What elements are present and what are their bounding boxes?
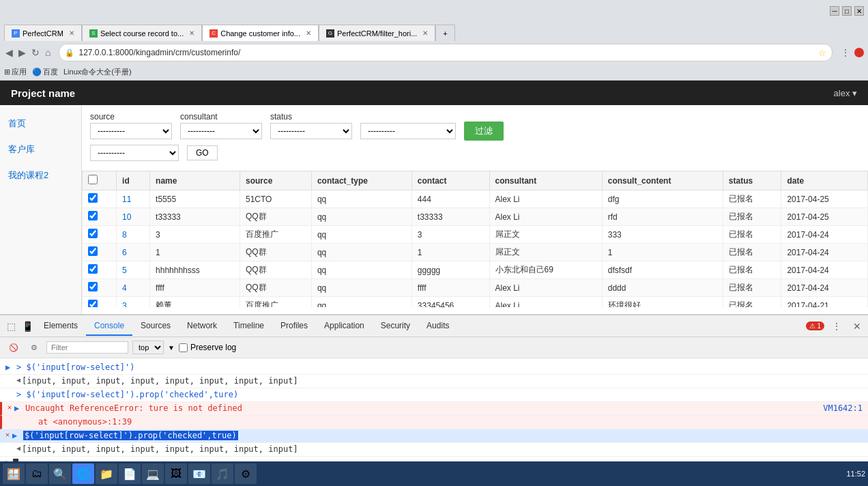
sidebar-item-customers[interactable]: 客户库 <box>0 137 81 162</box>
row-contact-type-5: qq <box>311 279 411 297</box>
devtools-more-btn[interactable]: ⋮ <box>828 318 845 334</box>
row-id-link-1[interactable]: 10 <box>122 212 131 222</box>
browser-tab-change[interactable]: C Change customer info... ✕ <box>202 25 319 41</box>
console-clear-btn[interactable]: 🚫 <box>5 339 22 356</box>
devtools-tab-console[interactable]: Console <box>86 317 132 336</box>
taskbar-search[interactable]: 🔍 <box>49 463 71 484</box>
header-consultant: consultant <box>489 171 602 190</box>
menu-btn[interactable]: ● <box>854 48 864 57</box>
console-expand-6[interactable]: ▶ <box>12 431 20 440</box>
tab-favicon-2: S <box>89 29 98 38</box>
console-filter-input[interactable] <box>46 341 128 354</box>
devtools-close-btn[interactable]: ✕ <box>849 318 865 334</box>
row-consultant-6: Alex Li <box>489 297 602 308</box>
devtools-tab-application[interactable]: Application <box>316 317 373 336</box>
go-button[interactable]: GO <box>187 145 218 160</box>
taskbar-start[interactable]: 🪟 <box>3 463 25 484</box>
bookmark-apps-label[interactable]: 应用 <box>12 67 27 77</box>
address-bar[interactable]: 🔒 127.0.0.1:8000/kingadmin/crm/customeri… <box>59 44 833 61</box>
tab-close-3[interactable]: ✕ <box>306 29 311 37</box>
maximize-btn[interactable]: □ <box>842 6 852 16</box>
tab-close-2[interactable]: ✕ <box>189 29 194 37</box>
devtools-tab-sources[interactable]: Sources <box>132 317 179 336</box>
home-btn[interactable]: ⌂ <box>44 46 52 59</box>
console-expand-4[interactable]: ▶ <box>14 403 23 413</box>
header-contact-type: contact_type <box>311 171 411 190</box>
row-id-link-6[interactable]: 3 <box>122 301 127 308</box>
status-select[interactable]: ---------- <box>270 123 352 139</box>
new-tab-btn[interactable]: + <box>435 25 454 41</box>
devtools-tab-profiles[interactable]: Profiles <box>272 317 316 336</box>
console-expand-7[interactable]: ◀ <box>16 444 20 452</box>
taskbar-paint[interactable]: 🖼 <box>165 463 187 484</box>
taskbar-chrome[interactable]: 🌐 <box>72 463 94 484</box>
select-all-checkbox[interactable] <box>88 175 98 184</box>
console-expand-1[interactable]: ▶ <box>5 362 14 372</box>
taskbar-files[interactable]: 🗂 <box>26 463 48 484</box>
header-consult-content: consult_content <box>602 171 723 190</box>
bookmark-baidu[interactable]: 🔵 百度 <box>32 67 58 77</box>
row-checkbox-input-4[interactable] <box>88 264 98 274</box>
devtools-device-btn[interactable]: 📱 <box>19 318 35 334</box>
row-checkbox-input-0[interactable] <box>88 193 98 203</box>
browser-tab-perfectcrm[interactable]: P PerfectCRM ✕ <box>4 25 82 41</box>
row-consultant-2: 屌正文 <box>489 226 602 244</box>
devtools-tab-elements[interactable]: Elements <box>35 317 86 336</box>
bulk-action-select[interactable]: ---------- <box>90 145 179 161</box>
row-id-link-2[interactable]: 8 <box>122 230 127 240</box>
row-id-0: 11 <box>117 190 150 208</box>
filter-button[interactable]: 过滤 <box>464 121 504 141</box>
taskbar-email[interactable]: 📧 <box>188 463 210 484</box>
console-expand-2[interactable]: ◀ <box>16 376 20 384</box>
taskbar-terminal[interactable]: 💻 <box>142 463 164 484</box>
devtools-tab-network[interactable]: Network <box>179 317 225 336</box>
devtools-tab-timeline[interactable]: Timeline <box>225 317 272 336</box>
minimize-btn[interactable]: ─ <box>830 6 839 16</box>
extra-select[interactable]: ---------- <box>360 123 456 139</box>
extensions-btn[interactable]: ⋮ <box>839 46 852 59</box>
devtools-tab-audits[interactable]: Audits <box>418 317 457 336</box>
console-line-6[interactable]: ✕ ▶ $('input[row-select]').prop('checked… <box>0 429 868 443</box>
console-filter-btn[interactable]: ⚙ <box>26 339 42 356</box>
bookmark-linux-label[interactable]: Linux命令大全(手册) <box>63 67 132 77</box>
close-btn[interactable]: ✕ <box>854 6 864 16</box>
devtools-inspect-btn[interactable]: ⬚ <box>3 318 19 334</box>
sidebar-item-courses[interactable]: 我的课程2 <box>0 162 81 188</box>
row-checkbox-input-6[interactable] <box>88 300 98 307</box>
address-text[interactable]: 127.0.0.1:8000/kingadmin/crm/customerinf… <box>78 48 814 57</box>
taskbar-word[interactable]: 📄 <box>119 463 141 484</box>
tab-close-4[interactable]: ✕ <box>422 29 428 37</box>
row-id-link-5[interactable]: 4 <box>122 283 127 293</box>
browser-tab-select[interactable]: S Select course record to... ✕ <box>82 25 202 41</box>
star-icon[interactable]: ☆ <box>818 48 826 58</box>
back-btn[interactable]: ◀ <box>4 46 14 59</box>
context-select[interactable]: top <box>132 341 164 354</box>
devtools-tab-security[interactable]: Security <box>373 317 418 336</box>
user-menu[interactable]: alex ▾ <box>834 88 857 98</box>
sidebar-courses-label: 我的课程2 <box>8 170 48 180</box>
tab-close-1[interactable]: ✕ <box>69 29 74 37</box>
bookmark-baidu-label[interactable]: 百度 <box>43 67 58 77</box>
bookmark-linux[interactable]: Linux命令大全(手册) <box>63 67 132 77</box>
row-checkbox-input-1[interactable] <box>88 211 98 220</box>
sidebar-item-home[interactable]: 首页 <box>0 111 81 137</box>
row-id-link-4[interactable]: 5 <box>122 266 127 275</box>
row-id-link-3[interactable]: 6 <box>122 248 127 257</box>
taskbar-media[interactable]: 🎵 <box>212 463 233 484</box>
error-link-1[interactable]: VM1642:1 <box>823 403 863 413</box>
preserve-log-checkbox[interactable] <box>179 343 188 352</box>
row-id-link-0[interactable]: 11 <box>122 195 131 204</box>
row-status-5: 已报名 <box>723 279 781 297</box>
taskbar-folder[interactable]: 📁 <box>96 463 117 484</box>
taskbar-settings[interactable]: ⚙ <box>235 463 257 484</box>
forward-btn[interactable]: ▶ <box>17 46 27 59</box>
consultant-select[interactable]: ---------- <box>180 123 262 139</box>
row-checkbox-input-2[interactable] <box>88 229 98 238</box>
reload-btn[interactable]: ↻ <box>30 46 41 59</box>
row-checkbox-input-3[interactable] <box>88 246 98 256</box>
source-select[interactable]: ---------- <box>90 123 172 139</box>
row-source-1: QQ群 <box>240 208 311 226</box>
bookmark-apps[interactable]: ⊞ 应用 <box>4 67 27 77</box>
browser-tab-github[interactable]: G PerfectCRM/filter_hori... ✕ <box>319 25 435 41</box>
row-checkbox-input-5[interactable] <box>88 282 98 291</box>
